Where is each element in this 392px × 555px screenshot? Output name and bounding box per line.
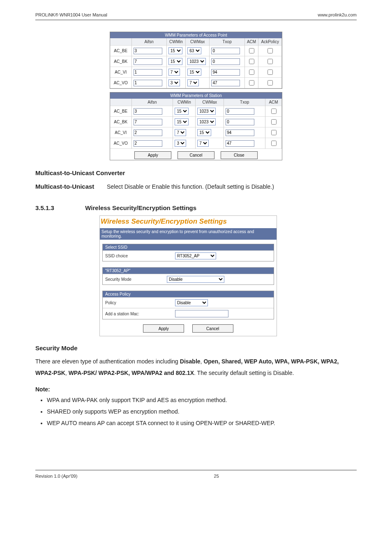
apply-button[interactable]: Apply bbox=[134, 151, 171, 159]
security-mode-label: Security Mode bbox=[105, 277, 167, 282]
row-name: AC_BE bbox=[110, 46, 131, 56]
cwmax-select[interactable]: 7 bbox=[197, 140, 209, 147]
wmm-sta-panel: WMM Parameters of Station Aifsn CWMin CW… bbox=[110, 92, 282, 160]
multicast-heading: Multicast-to-Unicast Converter bbox=[35, 169, 357, 176]
cwmin-select[interactable]: 7 bbox=[168, 69, 180, 76]
cwmax-select[interactable]: 7 bbox=[187, 79, 199, 86]
col-cwmin: CWMin bbox=[166, 38, 185, 46]
table-row: AC_VO 3 7 bbox=[110, 138, 282, 149]
wireless-security-panel: Wireless Security/Encryption Settings Se… bbox=[99, 215, 277, 336]
wmm-ap-table: Aifsn CWMin CWMax Txop ACM AckPolicy AC_… bbox=[110, 38, 282, 88]
acm-checkbox[interactable] bbox=[271, 130, 277, 135]
cwmin-select[interactable]: 7 bbox=[175, 129, 186, 136]
ssid-detail-header: "RT3052_AP" bbox=[103, 268, 274, 274]
page-header: PROLiNK® WNR1004 User Manual www.prolink… bbox=[35, 12, 357, 20]
txop-input[interactable] bbox=[211, 80, 240, 86]
list-item: WPA and WPA-PAK only support TKIP and AE… bbox=[47, 394, 357, 406]
policy-label: Policy bbox=[105, 301, 175, 305]
cwmax-select[interactable]: 63 bbox=[187, 47, 201, 54]
txop-input[interactable] bbox=[226, 119, 254, 125]
col-acm: ACM bbox=[244, 38, 258, 46]
apply-button[interactable]: Apply bbox=[143, 324, 184, 333]
ssid-label: SSID choice bbox=[105, 254, 175, 258]
ackpolicy-checkbox[interactable] bbox=[267, 59, 273, 64]
select-ssid-block: Select SSID SSID choice RT3052_AP bbox=[102, 244, 274, 261]
cwmax-select[interactable]: 1023 bbox=[197, 118, 216, 125]
acm-checkbox[interactable] bbox=[249, 80, 254, 86]
cwmin-select[interactable]: 15 bbox=[168, 58, 182, 65]
txop-input[interactable] bbox=[211, 58, 240, 65]
access-policy-header: Access Policy bbox=[103, 291, 274, 297]
access-policy-block: Access Policy Policy Disable Add a stati… bbox=[102, 291, 274, 319]
page-footer: Revision 1.0 (Apr'09) 25 . bbox=[35, 470, 357, 479]
multicast-desc: Select Disable or Enable this function. … bbox=[107, 183, 274, 190]
table-row: AC_VI 7 15 bbox=[110, 67, 282, 78]
col-txop: Txop bbox=[210, 38, 244, 46]
col-aifsn: Aifsn bbox=[131, 38, 166, 46]
col-ackpolicy: AckPolicy bbox=[258, 38, 282, 46]
notes-list: WPA and WPA-PAK only support TKIP and AE… bbox=[47, 394, 357, 429]
ackpolicy-checkbox[interactable] bbox=[267, 80, 273, 86]
security-mode-heading: Security Mode bbox=[35, 345, 357, 352]
footer-page: 25 bbox=[214, 474, 219, 479]
acm-checkbox[interactable] bbox=[249, 69, 254, 75]
wmm-ap-panel: WMM Parameters of Access Point Aifsn CWM… bbox=[110, 32, 282, 89]
aifsn-input[interactable] bbox=[134, 80, 162, 86]
txop-input[interactable] bbox=[211, 48, 240, 54]
aifsn-input[interactable] bbox=[134, 130, 162, 136]
select-ssid-header: Select SSID bbox=[103, 244, 274, 250]
mac-input[interactable] bbox=[175, 310, 228, 317]
table-row: AC_BK 15 1023 bbox=[110, 117, 282, 127]
ackpolicy-checkbox[interactable] bbox=[267, 48, 273, 53]
cancel-button[interactable]: Cancel bbox=[178, 151, 214, 159]
aifsn-input[interactable] bbox=[134, 48, 162, 54]
txop-input[interactable] bbox=[211, 69, 240, 76]
table-row: AC_VI 7 15 bbox=[110, 127, 282, 138]
txop-input[interactable] bbox=[226, 108, 254, 115]
ssid-select[interactable]: RT3052_AP bbox=[175, 252, 216, 259]
ssid-detail-block: "RT3052_AP" Security Mode Disable bbox=[102, 267, 274, 285]
aifsn-input[interactable] bbox=[134, 119, 162, 125]
aifsn-input[interactable] bbox=[134, 58, 162, 65]
cwmin-select[interactable]: 3 bbox=[168, 79, 180, 86]
cwmin-select[interactable]: 15 bbox=[175, 108, 189, 115]
mac-label: Add a station Mac: bbox=[105, 312, 175, 316]
txop-input[interactable] bbox=[226, 130, 254, 136]
aifsn-input[interactable] bbox=[134, 108, 162, 115]
security-mode-select[interactable]: Disable bbox=[167, 276, 224, 283]
security-mode-paragraph: There are eleven type of authentication … bbox=[35, 356, 357, 379]
cwmin-select[interactable]: 15 bbox=[175, 118, 189, 125]
wmm-sta-table: Aifsn CWMin CWMax Txop ACM AC_BE 15 1023… bbox=[110, 99, 282, 149]
acm-checkbox[interactable] bbox=[249, 59, 254, 64]
section-number: 3.5.1.3 bbox=[35, 204, 84, 211]
header-right: www.prolink2u.com bbox=[318, 12, 357, 17]
multicast-term: Multicast-to-Unicast bbox=[35, 180, 105, 193]
wmm-ap-title: WMM Parameters of Access Point bbox=[110, 32, 282, 38]
wsec-banner: Wireless Security/Encryption Settings bbox=[100, 216, 277, 228]
cwmax-select[interactable]: 15 bbox=[197, 129, 211, 136]
wmm-sta-title: WMM Parameters of Station bbox=[110, 92, 282, 99]
cwmax-select[interactable]: 15 bbox=[187, 69, 201, 76]
list-item: WEP AUTO means AP can accept STA connect… bbox=[47, 417, 357, 429]
aifsn-input[interactable] bbox=[134, 69, 162, 76]
ackpolicy-checkbox[interactable] bbox=[267, 69, 273, 75]
table-row: AC_BK 15 1023 bbox=[110, 56, 282, 67]
col-cwmax: CWMax bbox=[186, 38, 210, 46]
acm-checkbox[interactable] bbox=[271, 141, 277, 146]
cwmax-select[interactable]: 1023 bbox=[197, 108, 216, 115]
aifsn-input[interactable] bbox=[134, 140, 162, 147]
list-item: SHARED only supports WEP as encryption m… bbox=[47, 406, 357, 417]
txop-input[interactable] bbox=[226, 140, 254, 147]
cancel-button[interactable]: Cancel bbox=[192, 324, 233, 333]
acm-checkbox[interactable] bbox=[249, 48, 254, 53]
acm-checkbox[interactable] bbox=[271, 109, 277, 114]
table-row: AC_BE 15 63 bbox=[110, 46, 282, 56]
policy-select[interactable]: Disable bbox=[175, 299, 208, 306]
close-button[interactable]: Close bbox=[221, 151, 258, 159]
table-row: AC_VO 3 7 bbox=[110, 78, 282, 88]
header-left: PROLiNK® WNR1004 User Manual bbox=[35, 12, 107, 17]
cwmax-select[interactable]: 1023 bbox=[187, 58, 206, 65]
cwmin-select[interactable]: 15 bbox=[168, 47, 182, 54]
cwmin-select[interactable]: 3 bbox=[175, 140, 186, 147]
acm-checkbox[interactable] bbox=[271, 119, 277, 125]
